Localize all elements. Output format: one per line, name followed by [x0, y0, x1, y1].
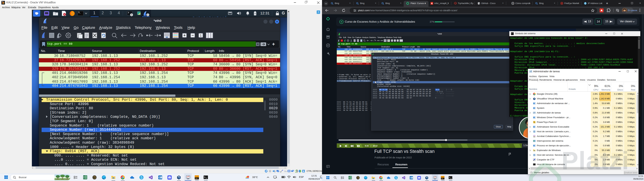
svg-text:1: 1: [248, 176, 248, 178]
svg-text:64: 64: [196, 178, 198, 180]
svg-text:64: 64: [442, 178, 443, 180]
svg-text:1: 1: [200, 34, 202, 37]
svg-text:1: 1: [397, 40, 398, 42]
svg-text:G: G: [512, 2, 514, 4]
